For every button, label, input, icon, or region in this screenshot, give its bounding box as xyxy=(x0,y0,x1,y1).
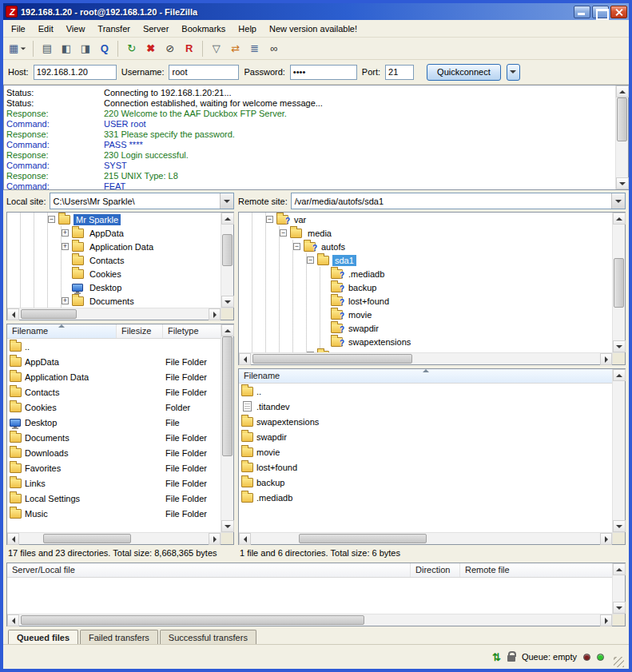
scroll-up-button[interactable] xyxy=(613,213,626,225)
expander-plus-icon[interactable] xyxy=(62,229,69,237)
scroll-down-button[interactable] xyxy=(613,340,626,352)
toggle-local-tree-button[interactable]: ◧ xyxy=(57,40,75,58)
expander-minus-icon[interactable] xyxy=(280,229,287,237)
scroll-up-button[interactable] xyxy=(221,324,234,336)
scroll-right-button[interactable] xyxy=(209,533,221,545)
menu-item-edit[interactable]: Edit xyxy=(32,22,60,36)
log-vertical-scrollbar[interactable] xyxy=(615,85,628,189)
file-row[interactable]: .. xyxy=(7,339,221,354)
file-row[interactable]: MusicFile Folder xyxy=(7,506,221,521)
remote-list-horizontal-scrollbar[interactable] xyxy=(239,532,612,544)
scroll-right-button[interactable] xyxy=(209,308,221,320)
expander-plus-icon[interactable] xyxy=(62,297,69,304)
tree-item[interactable]: .mediadb xyxy=(239,267,612,280)
scroll-down-button[interactable] xyxy=(613,520,626,532)
menu-item-bookmarks[interactable]: Bookmarks xyxy=(175,22,232,36)
tree-item[interactable]: Cookies xyxy=(7,267,221,280)
file-row[interactable]: swapextensions xyxy=(239,414,612,429)
file-row[interactable]: lost+found xyxy=(239,459,612,475)
directory-comparison-button[interactable]: ⇄ xyxy=(226,40,244,58)
password-input[interactable] xyxy=(290,65,357,80)
scroll-left-button[interactable] xyxy=(239,353,251,365)
minimize-button[interactable] xyxy=(574,6,590,18)
local-list-vertical-scrollbar[interactable] xyxy=(221,324,233,532)
column-header-filename[interactable]: Filename xyxy=(239,369,612,383)
quickconnect-button[interactable]: Quickconnect xyxy=(427,64,501,81)
remote-tree-horizontal-scrollbar[interactable] xyxy=(239,352,612,364)
local-tree-vertical-scrollbar[interactable] xyxy=(221,213,233,308)
scroll-down-button[interactable] xyxy=(616,177,629,189)
scroll-left-button[interactable] xyxy=(7,533,19,545)
scroll-right-button[interactable] xyxy=(600,614,612,626)
file-row[interactable]: LinksFile Folder xyxy=(7,475,221,491)
column-header-filename[interactable]: Filename xyxy=(7,324,117,338)
file-row[interactable]: FavoritesFile Folder xyxy=(7,460,221,475)
tree-item[interactable]: var xyxy=(239,213,612,226)
tab-successful-transfers[interactable]: Successful transfers xyxy=(160,630,256,644)
file-row[interactable]: CookiesFolder xyxy=(7,400,221,415)
menu-item-help[interactable]: Help xyxy=(232,22,263,36)
menu-item-transfer[interactable]: Transfer xyxy=(91,22,137,36)
tree-item[interactable]: backup xyxy=(239,280,612,294)
remote-list-vertical-scrollbar[interactable] xyxy=(612,369,625,532)
local-list-horizontal-scrollbar[interactable] xyxy=(7,532,221,544)
toggle-remote-tree-button[interactable]: ◨ xyxy=(76,40,94,58)
file-row[interactable]: DesktopFile xyxy=(7,415,221,430)
scrollbar-thumb[interactable] xyxy=(222,336,233,456)
resize-grip[interactable] xyxy=(614,657,624,667)
scrollbar-thumb[interactable] xyxy=(21,615,364,625)
menu-item-file[interactable]: File xyxy=(5,22,32,36)
file-row[interactable]: DownloadsFile Folder xyxy=(7,445,221,460)
scroll-up-button[interactable] xyxy=(613,369,626,381)
disconnect-button[interactable]: ⊘ xyxy=(161,40,179,58)
tree-item[interactable]: Documents xyxy=(7,294,221,308)
scroll-left-button[interactable] xyxy=(7,614,19,626)
column-header-filesize[interactable]: Filesize xyxy=(117,324,163,338)
queue-header-local-file[interactable]: Server/Local file xyxy=(7,563,411,577)
scroll-right-button[interactable] xyxy=(600,533,612,545)
close-button[interactable] xyxy=(610,6,627,18)
expander-minus-icon[interactable] xyxy=(307,256,314,264)
tab-failed-transfers[interactable]: Failed transfers xyxy=(80,630,158,644)
file-row[interactable]: DocumentsFile Folder xyxy=(7,430,221,445)
scrollbar-thumb[interactable] xyxy=(617,97,627,141)
scrollbar-thumb[interactable] xyxy=(614,258,624,308)
tree-item[interactable]: Contacts xyxy=(7,253,221,267)
tree-item[interactable]: Mr Sparkle xyxy=(7,213,221,226)
tree-item[interactable]: autofs xyxy=(239,240,612,253)
queue-vertical-scrollbar[interactable] xyxy=(612,563,625,614)
remote-site-combo[interactable]: /var/media/autofs/sda1 xyxy=(291,193,626,209)
host-input[interactable] xyxy=(34,65,117,80)
tree-item[interactable]: dvd xyxy=(239,348,612,352)
queue-header-direction[interactable]: Direction xyxy=(411,563,460,577)
remote-tree-vertical-scrollbar[interactable] xyxy=(612,213,625,352)
local-tree-horizontal-scrollbar[interactable] xyxy=(7,308,221,320)
encryption-icon[interactable] xyxy=(507,655,515,662)
file-row[interactable]: .titandev xyxy=(239,399,612,414)
tree-item[interactable]: media xyxy=(239,226,612,240)
username-input[interactable] xyxy=(169,65,239,80)
tab-queued-files[interactable]: Queued files xyxy=(8,630,78,644)
expander-plus-icon[interactable] xyxy=(307,352,314,352)
scroll-right-button[interactable] xyxy=(600,353,612,365)
scrollbar-thumb[interactable] xyxy=(252,354,412,364)
tree-item[interactable]: Desktop xyxy=(7,280,221,294)
queue-header-remote-file[interactable]: Remote file xyxy=(460,563,612,577)
tree-item[interactable]: movie xyxy=(239,308,612,321)
scrollbar-thumb[interactable] xyxy=(299,534,427,543)
cancel-button[interactable]: ✖ xyxy=(141,40,160,58)
file-row[interactable]: swapdir xyxy=(239,429,612,444)
filter-button[interactable]: ▽ xyxy=(207,40,225,58)
scroll-left-button[interactable] xyxy=(7,308,19,320)
expander-minus-icon[interactable] xyxy=(266,216,273,223)
tree-item[interactable]: lost+found xyxy=(239,294,612,308)
synchronized-browsing-button[interactable]: ≣ xyxy=(245,40,264,58)
local-site-combo[interactable]: C:\Users\Mr Sparkle\ xyxy=(50,193,234,209)
scrollbar-thumb[interactable] xyxy=(222,234,233,266)
port-input[interactable] xyxy=(385,65,414,80)
site-manager-button[interactable]: ▦ xyxy=(6,40,29,58)
expander-plus-icon[interactable] xyxy=(62,243,69,250)
column-header-filetype[interactable]: Filetype xyxy=(163,324,221,338)
title-bar[interactable]: 192.168.1.20 - root@192.168.1.20 - FileZ… xyxy=(3,3,629,20)
scroll-down-button[interactable] xyxy=(221,520,234,532)
